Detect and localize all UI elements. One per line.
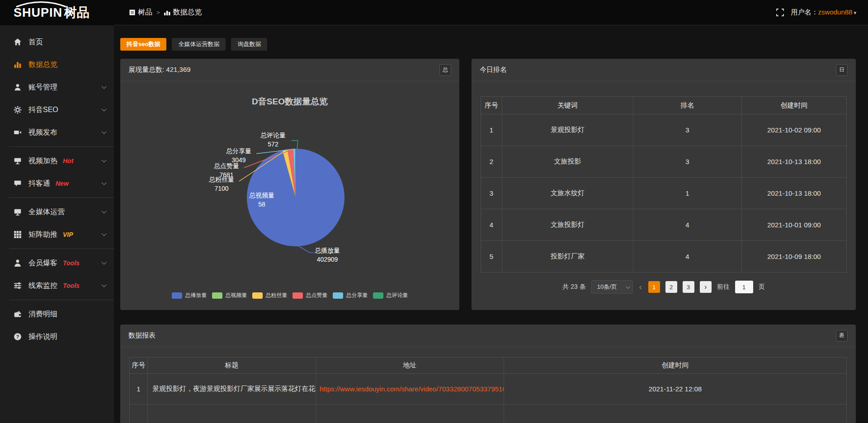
legend-swatch: [292, 292, 303, 299]
sidebar-item-clue-monitor[interactable]: 线索监控 Tools: [0, 274, 114, 297]
sidebar-item-all-media[interactable]: 全媒体运营: [0, 201, 114, 223]
username: zswodun88: [818, 8, 853, 16]
grid-icon: [14, 230, 22, 239]
bar-chart-icon: [164, 9, 170, 15]
screen-heat-icon: [14, 157, 22, 165]
sidebar-item-data-overview[interactable]: 数据总览: [0, 53, 114, 76]
goto-label: 前往: [717, 283, 730, 291]
sidebar-divider: [9, 197, 114, 198]
monitor-icon: [14, 208, 22, 216]
report-row-time: 2021-11-22 12:08: [504, 374, 847, 404]
table-row: 2文旅投影32021-10-13 18:00: [481, 146, 847, 178]
tab-all-media-data[interactable]: 全媒体运营数据: [172, 38, 226, 51]
breadcrumb-root[interactable]: 树品: [129, 8, 152, 17]
page-button-2[interactable]: 2: [665, 281, 677, 293]
ranking-title: 今日排名: [480, 66, 507, 74]
chevron-down-icon: ▾: [854, 10, 856, 15]
legend-item-comments[interactable]: 总评论量: [373, 291, 408, 299]
legend-swatch: [373, 292, 383, 299]
chart-legend: 总播放量 总视频量 总粉丝量 总点赞量 总分享量 总评论量: [120, 291, 459, 299]
table-header-row: 序号 标题 地址 创建时间: [130, 357, 847, 374]
sidebar-item-member-tools[interactable]: 会员爆客 Tools: [0, 252, 114, 274]
pie-label-fans: 总粉丝量7100: [205, 175, 238, 193]
report-panel: 数据报表 表 序号 标题 地址 创建时间: [120, 324, 856, 423]
breadcrumb-current[interactable]: 数据总览: [164, 8, 202, 17]
user-menu[interactable]: 用户名：zswodun88▾: [791, 8, 856, 17]
pie-chart: D音SEO数据量总览 总评论量572 总分享量3049 总点赞量7681 总粉丝…: [120, 81, 459, 310]
sidebar-item-video-publish[interactable]: 视频发布: [0, 121, 114, 144]
sidebar-divider: [9, 300, 114, 300]
video-camera-icon: [14, 128, 22, 136]
chevron-down-icon: [101, 231, 106, 236]
ranking-panel: 今日排名 日 序号 关键词 排名 创建时间: [472, 59, 856, 310]
legend-swatch: [172, 292, 182, 299]
ranking-table: 序号 关键词 排名 创建时间 1景观投影灯32021-10-02 09:00: [481, 96, 847, 273]
wallet-icon: [14, 310, 22, 318]
app-square-icon: [129, 9, 135, 15]
chevron-down-icon: [101, 282, 106, 287]
legend-item-shares[interactable]: 总分享量: [333, 291, 368, 299]
table-toggle-button[interactable]: 表: [836, 330, 848, 342]
day-toggle-button[interactable]: 日: [836, 64, 848, 76]
breadcrumb: 树品 > 数据总览: [129, 8, 202, 17]
legend-item-videos[interactable]: 总视频量: [212, 291, 247, 299]
badge-tools: Tools: [63, 259, 80, 267]
prev-page-button[interactable]: ‹: [638, 282, 643, 292]
legend-swatch: [252, 292, 263, 299]
sliders-icon: [14, 282, 22, 290]
table-header-row: 序号 关键词 排名 创建时间: [481, 97, 847, 114]
legend-swatch: [333, 292, 343, 299]
sidebar-item-matrix-boost[interactable]: 矩阵助推 VIP: [0, 223, 114, 246]
sidebar-item-account[interactable]: 账号管理: [0, 76, 114, 99]
chevron-down-icon: [101, 208, 106, 213]
pagination-total: 共 23 条: [562, 283, 585, 291]
fullscreen-icon[interactable]: [776, 9, 784, 16]
chat-bubble-icon: [14, 179, 22, 188]
sidebar-item-douketong[interactable]: 抖客通 New: [0, 172, 114, 195]
page-button-1[interactable]: 1: [648, 281, 660, 293]
sidebar-item-douyin-seo[interactable]: 抖音SEO: [0, 99, 114, 121]
logo-arc-icon: [14, 1, 68, 8]
legend-item-likes[interactable]: 总点赞量: [292, 291, 328, 299]
pie-label-videos: 总视频量58: [245, 191, 278, 209]
breadcrumb-separator: >: [156, 9, 160, 16]
sidebar-item-home[interactable]: 首页: [0, 31, 114, 53]
chevron-down-icon: [101, 180, 106, 185]
legend-item-plays[interactable]: 总播放量: [172, 291, 207, 299]
chevron-down-icon: [101, 129, 106, 134]
logo-text-cn: 树品: [64, 6, 90, 19]
sidebar-item-video-heat[interactable]: 视频加热 Hot: [0, 150, 114, 172]
sidebar: 首页 数据总览 账号管理 抖音SEO 视频发布 视频加热 Hot: [0, 25, 114, 423]
badge-new: New: [56, 180, 69, 187]
table-row: 5投影灯厂家42021-10-09 18:00: [481, 241, 847, 273]
topbar: SHUPIN 树品 树品 > 数据总览 用户名：zswodun88▾: [0, 0, 868, 25]
user-area: 用户名：zswodun88▾: [776, 8, 856, 17]
tab-douyin-seo-data[interactable]: 抖音seo数据: [120, 38, 166, 51]
pie-label-comments: 总评论量572: [255, 131, 291, 149]
gear-icon: [14, 106, 22, 114]
tab-inquiry-data[interactable]: 询盘数据: [231, 38, 267, 51]
page-button-3[interactable]: 3: [683, 281, 694, 293]
page-size-select[interactable]: 10条/页: [591, 280, 633, 294]
table-row: [130, 404, 847, 423]
user-icon: [14, 83, 22, 91]
goto-page-input[interactable]: [735, 281, 753, 293]
report-table: 序号 标题 地址 创建时间 1 景观投影灯，夜游景观投影灯厂家展示展示落花灯在花…: [129, 357, 847, 423]
sidebar-divider: [9, 249, 114, 249]
sidebar-item-help[interactable]: ? 操作说明: [0, 325, 114, 348]
chevron-down-icon: [101, 259, 106, 264]
pie-label-plays: 总播放量402909: [307, 246, 347, 264]
person-icon: [14, 259, 22, 267]
legend-item-fans[interactable]: 总粉丝量: [252, 291, 288, 299]
total-toggle-button[interactable]: 总: [439, 64, 451, 76]
svg-text:?: ?: [16, 334, 19, 339]
badge-vip: VIP: [63, 231, 73, 238]
sidebar-item-consumption[interactable]: 消费明细: [0, 303, 114, 325]
video-url-link[interactable]: https://www.iesdouyin.com/share/video/70…: [320, 385, 504, 393]
table-row: 3文旅水纹灯12021-10-13 18:00: [481, 178, 847, 209]
goto-unit: 页: [759, 283, 765, 291]
impressions-panel: 展现量总数: 421,369 总 D音SEO数据量总览 总评论: [120, 59, 459, 310]
chevron-down-icon: [101, 84, 106, 89]
next-page-button[interactable]: ›: [700, 281, 712, 293]
logo-text-en: SHUPIN: [14, 7, 62, 19]
